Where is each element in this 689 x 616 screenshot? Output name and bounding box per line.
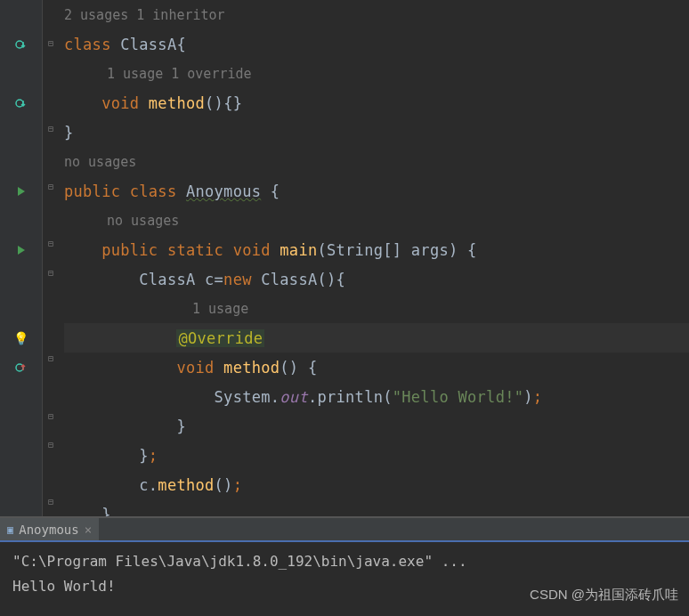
- fold-spacer: [43, 201, 59, 230]
- gutter-spacer: [0, 118, 42, 147]
- run-main-icon[interactable]: [0, 235, 42, 264]
- code-line[interactable]: };: [64, 441, 689, 470]
- close-icon[interactable]: ×: [85, 523, 92, 537]
- code-lines[interactable]: 2 usages 1 inheritor class ClassA{ 1 usa…: [59, 0, 689, 516]
- fold-expanded-icon[interactable]: ⊟: [43, 172, 59, 200]
- fold-spacer: [43, 459, 59, 488]
- code-line-highlighted[interactable]: @Override: [64, 323, 689, 353]
- fold-expanded-icon[interactable]: ⊟: [43, 28, 59, 57]
- code-line[interactable]: System.out.println("Hello World!");: [64, 382, 689, 411]
- fold-expanded-icon[interactable]: ⊟: [43, 258, 59, 287]
- fold-spacer: [43, 287, 59, 315]
- run-tab-label: Anoymous: [19, 523, 78, 537]
- fold-spacer: [43, 373, 59, 401]
- code-line[interactable]: }: [64, 411, 689, 441]
- fold-end-icon[interactable]: ⊟: [43, 488, 59, 516]
- overridden-icon[interactable]: [0, 88, 42, 118]
- fold-end-icon[interactable]: ⊟: [43, 430, 59, 458]
- run-tab[interactable]: ▣ Anoymous ×: [0, 518, 99, 540]
- gutter-spacer: [0, 147, 42, 176]
- fold-end-icon[interactable]: ⊟: [43, 115, 59, 143]
- gutter-spacer: [0, 59, 42, 88]
- fold-spacer: [43, 315, 59, 344]
- gutter-spacer: [0, 206, 42, 235]
- code-line[interactable]: }: [64, 499, 689, 516]
- usage-hint[interactable]: 1 usage: [64, 301, 248, 317]
- code-line[interactable]: public class Anoymous {: [64, 176, 689, 206]
- gutter-spacer: [0, 264, 42, 294]
- fold-spacer: [43, 143, 59, 172]
- gutter: 💡: [0, 0, 43, 516]
- code-line[interactable]: public static void main(String[] args) {: [64, 235, 689, 264]
- gutter-spacer: [0, 0, 42, 29]
- code-line[interactable]: void method() {: [64, 353, 689, 382]
- code-line[interactable]: class ClassA{: [64, 29, 689, 59]
- usage-hint[interactable]: no usages: [64, 213, 179, 229]
- code-line[interactable]: void method(){}: [64, 88, 689, 118]
- fold-gutter: ⊟ ⊟ ⊟ ⊟ ⊟ ⊟ ⊟ ⊟ ⊟: [43, 0, 59, 516]
- fold-end-icon[interactable]: ⊟: [43, 401, 59, 430]
- gutter-spacer: [0, 294, 42, 323]
- fold-expanded-icon[interactable]: ⊟: [43, 230, 59, 258]
- code-editor[interactable]: 💡 ⊟ ⊟ ⊟ ⊟ ⊟ ⊟ ⊟ ⊟ ⊟ 2 usages 1 inheritor…: [0, 0, 689, 516]
- console-command-line: "C:\Program Files\Java\jdk1.8.0_192\bin\…: [12, 549, 677, 574]
- fold-expanded-icon[interactable]: ⊟: [43, 344, 59, 373]
- usage-hint[interactable]: 1 usage 1 override: [64, 66, 252, 82]
- usage-hint[interactable]: 2 usages 1 inheritor: [64, 7, 225, 23]
- watermark: CSDN @为祖国添砖爪哇: [530, 587, 678, 604]
- code-line[interactable]: }: [64, 118, 689, 147]
- inherited-icon[interactable]: [0, 29, 42, 59]
- code-line[interactable]: ClassA c=new ClassA(){: [64, 264, 689, 294]
- intention-bulb-icon[interactable]: 💡: [0, 323, 42, 353]
- application-icon: ▣: [7, 523, 13, 536]
- usage-hint[interactable]: no usages: [64, 154, 136, 170]
- fold-spacer: [43, 0, 59, 28]
- run-tab-bar: ▣ Anoymous ×: [0, 517, 689, 542]
- run-class-icon[interactable]: [0, 176, 42, 206]
- fold-spacer: [43, 57, 59, 85]
- fold-spacer: [43, 86, 59, 115]
- code-line[interactable]: c.method();: [64, 470, 689, 499]
- overriding-icon[interactable]: [0, 353, 42, 382]
